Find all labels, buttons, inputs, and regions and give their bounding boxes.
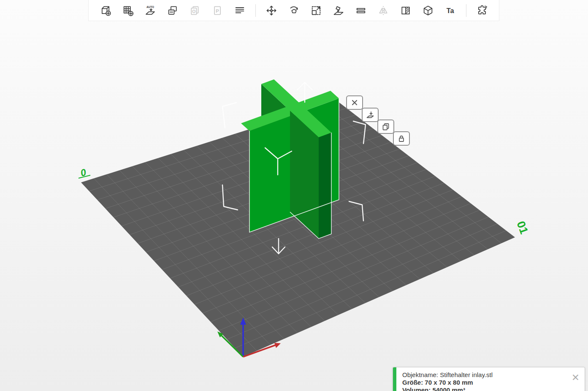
paste-icon: P: [211, 5, 223, 16]
auto-arrange-button[interactable]: AUTO: [144, 3, 157, 19]
gizmo-corner-upper-left[interactable]: [222, 103, 236, 128]
scale-object-button[interactable]: [309, 3, 323, 19]
object-info-panel: Objektname: Stiftehalter inlay.stl Größe…: [393, 367, 585, 391]
toolbar-separator: [466, 4, 466, 17]
delete-object-button[interactable]: [346, 95, 363, 110]
object-volume-line: Volumen: 54000 mm³: [402, 386, 493, 391]
plugins-button[interactable]: [475, 3, 489, 19]
axis-x-arrowhead: [274, 343, 281, 348]
viewport-3d[interactable]: 0 01: [0, 0, 588, 391]
close-info-panel-button[interactable]: ✕: [572, 373, 580, 383]
view-mode-button[interactable]: [421, 3, 435, 19]
svg-text:P: P: [216, 8, 219, 14]
mirror-axis-button[interactable]: [399, 3, 412, 19]
align-lines-icon: [234, 5, 246, 16]
scale-icon: [310, 5, 322, 16]
bed-label-right: 01: [514, 220, 530, 236]
object-info-text: Objektname: Stiftehalter inlay.stl Größe…: [396, 367, 499, 391]
copy-icon: O: [189, 5, 201, 16]
cut-object-button[interactable]: [354, 3, 368, 19]
rotate-object-button[interactable]: [287, 3, 301, 19]
drop-to-bed-icon: [366, 111, 374, 119]
app-window: 0 01: [0, 0, 588, 391]
info-accent-bar: [393, 367, 396, 391]
mirror-half-icon: [400, 5, 412, 16]
cut-layers-icon: [355, 5, 367, 16]
add-object-icon: [100, 5, 111, 16]
move-arrows-icon: [266, 5, 277, 16]
add-text-button[interactable]: Ta: [444, 3, 457, 19]
drop-to-bed-button[interactable]: [362, 108, 379, 122]
mirror-object-button[interactable]: [377, 3, 390, 19]
lay-flat-icon: [333, 5, 344, 16]
lock-icon: [397, 134, 406, 143]
duplicate-icon: [167, 5, 179, 16]
delete-x-icon: [350, 98, 359, 107]
text-tool-icon: Ta: [444, 5, 456, 16]
model-object[interactable]: [241, 79, 339, 239]
model-near-arm-cap[interactable]: [319, 133, 331, 239]
duplicate-object-quick-button[interactable]: [377, 119, 394, 134]
svg-text:Ta: Ta: [447, 6, 455, 14]
bed-label-left: 0: [79, 166, 90, 178]
move-object-button[interactable]: [265, 3, 278, 19]
duplicate-pages-icon: [382, 122, 390, 131]
rotate-icon: [288, 5, 300, 16]
paste-object-button[interactable]: P: [211, 3, 224, 19]
add-object-button[interactable]: [99, 3, 112, 19]
cube-3d-icon: [422, 5, 434, 16]
object-size-line: Größe: 70 x 70 x 80 mm: [402, 379, 493, 386]
mirror-icon: [377, 5, 389, 16]
duplicate-object-button[interactable]: [166, 3, 179, 19]
add-object-grid-button[interactable]: [121, 3, 135, 19]
align-objects-button[interactable]: [233, 3, 247, 19]
lock-object-button[interactable]: [393, 131, 410, 146]
object-name-line: Objektname: Stiftehalter inlay.stl: [402, 371, 493, 379]
svg-text:O: O: [192, 8, 195, 14]
auto-arrange-icon: AUTO: [144, 5, 156, 16]
svg-text:AUTO: AUTO: [146, 5, 154, 8]
lay-flat-button[interactable]: [332, 3, 345, 19]
toolbar-separator: [255, 4, 256, 17]
puzzle-icon: [476, 5, 488, 16]
main-toolbar: AUTO O P: [88, 0, 499, 21]
copy-object-button[interactable]: O: [188, 3, 202, 19]
add-grid-icon: [122, 5, 134, 16]
